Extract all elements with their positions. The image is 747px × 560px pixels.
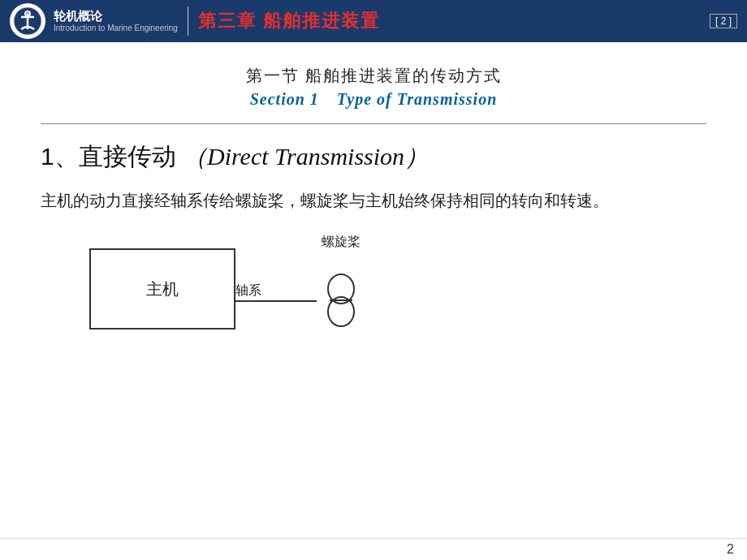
header-title-cn: 轮机概论 <box>54 9 178 24</box>
content-heading: 1、直接传动 （Direct Transmission） <box>41 140 706 172</box>
chapter-title: 第三章 船舶推进装置 <box>198 9 380 33</box>
section-title-cn: 第一节 船舶推进装置的传动方式 <box>41 65 706 87</box>
body-text: 主机的动力直接经轴系传给螺旋桨，螺旋桨与主机始终保持相同的转向和转速。 <box>41 187 706 214</box>
header-page-number: [ 2 ] <box>710 14 737 28</box>
svg-point-4 <box>328 274 354 304</box>
svg-point-5 <box>328 297 354 326</box>
header: 轮机概论 Introduction to Marine Engineering … <box>0 0 747 42</box>
shaft-label: 轴系 <box>235 282 261 299</box>
section-en-text: Type of Transmission <box>337 90 497 108</box>
propeller-area: 螺旋桨 <box>317 271 365 331</box>
heading-cn: 1、直接传动 <box>41 143 176 170</box>
shaft-wrapper: 轴系 螺旋桨 <box>235 271 365 331</box>
heading-en: （Direct Transmission） <box>183 143 429 170</box>
engine-box: 主机 <box>89 248 235 330</box>
page-number: 2 <box>727 542 734 556</box>
engine-label: 主机 <box>146 278 179 300</box>
section-header: 第一节 船舶推进装置的传动方式 Section 1 Type of Transm… <box>41 65 706 109</box>
header-text-group: 轮机概论 Introduction to Marine Engineering <box>54 9 178 33</box>
footer: 2 <box>0 538 747 560</box>
header-vertical-divider <box>188 6 188 36</box>
main-content: 第一节 船舶推进装置的传动方式 Section 1 Type of Transm… <box>0 42 747 538</box>
propeller-symbol <box>317 271 365 331</box>
logo <box>10 3 45 39</box>
section-title-en: Section 1 Type of Transmission <box>41 90 706 109</box>
section-number: Section 1 <box>250 90 319 108</box>
shaft-area: 轴系 <box>235 300 317 302</box>
header-title-en: Introduction to Marine Engineering <box>54 24 178 33</box>
section-divider <box>41 123 706 124</box>
shaft-line <box>235 300 317 302</box>
diagram: 主机 轴系 螺旋桨 <box>89 247 706 331</box>
propeller-label: 螺旋桨 <box>322 234 361 251</box>
